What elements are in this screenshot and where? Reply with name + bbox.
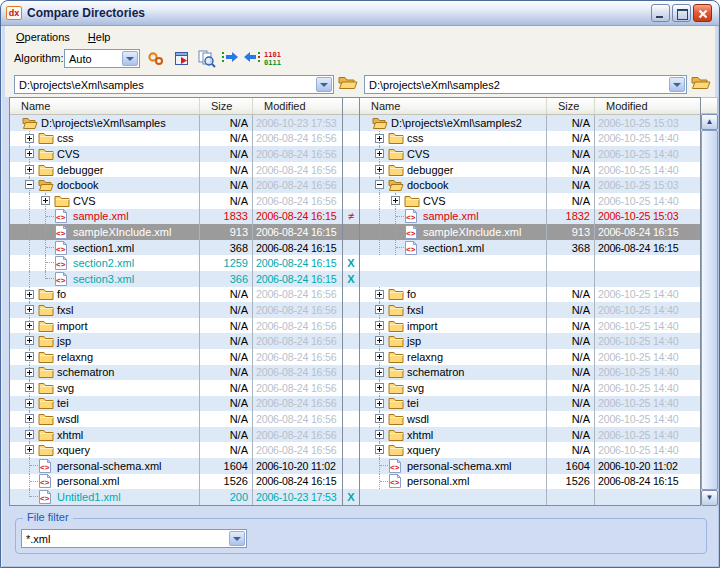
tree-row-left[interactable]: CVSN/A2006-08-24 16:56	[10, 146, 342, 162]
tree-row-left[interactable]: wsdlN/A2006-08-24 16:56	[10, 411, 342, 427]
tree-row-right[interactable]: foN/A2006-10-25 14:40	[360, 287, 700, 303]
tree-row-right[interactable]: D:\projects\eXml\samples2N/A2006-10-25 1…	[360, 115, 700, 131]
close-button[interactable]	[693, 4, 712, 22]
tree-expander-expand[interactable]	[375, 134, 384, 143]
tree-row-left[interactable]: <>section1.xml3682006-08-24 16:15	[10, 240, 342, 256]
tree-row-right[interactable]: docbookN/A2006-10-25 15:03	[360, 177, 700, 193]
tree-expander-expand[interactable]	[375, 368, 384, 377]
tree-expander-expand[interactable]	[25, 321, 34, 330]
tree-row-right[interactable]: <>sampleXInclude.xml9132006-08-24 16:15	[360, 224, 700, 240]
tree-row-left[interactable]: <>section2.xml12592006-08-24 16:15	[10, 255, 342, 271]
tree-expander-collapse[interactable]	[25, 180, 34, 189]
tree-row-left[interactable]: schematronN/A2006-08-24 16:56	[10, 365, 342, 381]
tree-expander-expand[interactable]	[25, 149, 34, 158]
tree-row-left[interactable]: <>sampleXInclude.xml9132006-08-24 16:15	[10, 224, 342, 240]
tree-row-left[interactable]: xqueryN/A2006-08-24 16:56	[10, 442, 342, 458]
tree-row-right[interactable]: schematronN/A2006-10-25 14:40	[360, 365, 700, 381]
tree-expander-expand[interactable]	[25, 305, 34, 314]
tree-row-right[interactable]	[360, 271, 700, 287]
tree-row-left[interactable]: D:\projects\eXml\samplesN/A2006-10-23 17…	[10, 115, 342, 131]
tree-row-left[interactable]: xhtmlN/A2006-08-24 16:56	[10, 427, 342, 443]
right-column-header-name[interactable]: Name	[360, 98, 547, 114]
tree-expander-expand[interactable]	[41, 196, 50, 205]
minimize-button[interactable]	[651, 4, 670, 22]
tree-expander-expand[interactable]	[25, 290, 34, 299]
tree-row-left[interactable]: jspN/A2006-08-24 16:56	[10, 333, 342, 349]
algorithm-combobox[interactable]: Auto	[64, 49, 140, 68]
tree-row-left[interactable]: cssN/A2006-08-24 16:56	[10, 131, 342, 147]
vertical-scrollbar[interactable]: ▲ ▼	[701, 97, 718, 506]
menu-item-operations[interactable]: Operations	[7, 28, 79, 46]
copy-to-right-icon[interactable]	[221, 50, 241, 68]
tree-expander-expand[interactable]	[375, 430, 384, 439]
browse-left-folder-button[interactable]	[338, 74, 358, 92]
tree-expander-expand[interactable]	[25, 352, 34, 361]
right-column-header-modified[interactable]: Modified	[595, 98, 700, 114]
tree-expander-expand[interactable]	[375, 321, 384, 330]
tree-row-right[interactable]: xhtmlN/A2006-10-25 14:40	[360, 427, 700, 443]
tree-row-right[interactable]: <>personal.xml15262006-08-24 16:15	[360, 474, 700, 490]
tree-row-left[interactable]: <>section3.xml3662006-08-24 16:15	[10, 271, 342, 287]
tree-row-right[interactable]: <>personal-schema.xml16042006-10-20 11:0…	[360, 458, 700, 474]
scrollbar-thumb[interactable]	[701, 130, 718, 490]
tree-row-right[interactable]: <>section1.xml3682006-08-24 16:15	[360, 240, 700, 256]
tree-row-left[interactable]: debuggerN/A2006-08-24 16:56	[10, 162, 342, 178]
tree-expander-expand[interactable]	[391, 196, 400, 205]
copy-to-left-icon[interactable]	[243, 50, 263, 68]
left-column-header-name[interactable]: Name	[10, 98, 200, 114]
tree-row-right[interactable]: teiN/A2006-10-25 14:40	[360, 396, 700, 412]
algorithm-options-gears-icon[interactable]	[146, 50, 166, 68]
tree-expander-expand[interactable]	[375, 290, 384, 299]
tree-row-left[interactable]: <>sample.xml18332006-08-24 16:15	[10, 209, 342, 225]
tree-expander-expand[interactable]	[25, 336, 34, 345]
tree-expander-expand[interactable]	[375, 149, 384, 158]
tree-row-right[interactable]: xqueryN/A2006-10-25 14:40	[360, 442, 700, 458]
tree-expander-expand[interactable]	[375, 352, 384, 361]
tree-expander-expand[interactable]	[375, 399, 384, 408]
tree-row-left[interactable]: foN/A2006-08-24 16:56	[10, 287, 342, 303]
tree-expander-expand[interactable]	[25, 399, 34, 408]
binary-compare-icon[interactable]: 11010111	[263, 50, 283, 68]
perform-files-comparison-icon[interactable]	[197, 50, 217, 68]
tree-row-right[interactable]: <>sample.xml18322006-10-25 15:03	[360, 209, 700, 225]
tree-expander-expand[interactable]	[375, 445, 384, 454]
tree-expander-expand[interactable]	[375, 305, 384, 314]
tree-row-right[interactable]: fxslN/A2006-10-25 14:40	[360, 302, 700, 318]
tree-expander-expand[interactable]	[25, 414, 34, 423]
tree-row-right[interactable]	[360, 255, 700, 271]
tree-row-left[interactable]: <>personal.xml15262006-08-24 16:15	[10, 474, 342, 490]
algorithm-dropdown-icon[interactable]	[122, 51, 138, 66]
tree-row-left[interactable]: teiN/A2006-08-24 16:56	[10, 396, 342, 412]
tree-row-right[interactable]: wsdlN/A2006-10-25 14:40	[360, 411, 700, 427]
tree-row-right[interactable]: svgN/A2006-10-25 14:40	[360, 380, 700, 396]
tree-row-right[interactable]: jspN/A2006-10-25 14:40	[360, 333, 700, 349]
tree-expander-expand[interactable]	[25, 383, 34, 392]
tree-row-right[interactable]: CVSN/A2006-10-25 14:40	[360, 193, 700, 209]
tree-expander-expand[interactable]	[375, 383, 384, 392]
tree-expander-collapse[interactable]	[375, 180, 384, 189]
tree-row-right[interactable]	[360, 489, 700, 505]
tree-row-left[interactable]: importN/A2006-08-24 16:56	[10, 318, 342, 334]
maximize-button[interactable]	[672, 4, 691, 22]
left-column-header-size[interactable]: Size	[200, 98, 253, 114]
tree-expander-expand[interactable]	[25, 134, 34, 143]
file-filter-combobox[interactable]: *.xml	[21, 529, 247, 548]
tree-expander-expand[interactable]	[375, 414, 384, 423]
left-path-dropdown-icon[interactable]	[316, 77, 332, 92]
tree-row-left[interactable]: relaxngN/A2006-08-24 16:56	[10, 349, 342, 365]
tree-expander-expand[interactable]	[25, 430, 34, 439]
tree-row-left[interactable]: fxslN/A2006-08-24 16:56	[10, 302, 342, 318]
browse-right-folder-button[interactable]	[691, 74, 711, 92]
menu-item-help[interactable]: Help	[79, 28, 120, 46]
tree-expander-expand[interactable]	[25, 445, 34, 454]
tree-expander-expand[interactable]	[25, 165, 34, 174]
tree-expander-expand[interactable]	[375, 336, 384, 345]
tree-expander-expand[interactable]	[25, 368, 34, 377]
left-column-header-modified[interactable]: Modified	[253, 98, 342, 114]
tree-row-right[interactable]: relaxngN/A2006-10-25 14:40	[360, 349, 700, 365]
tree-row-left[interactable]: svgN/A2006-08-24 16:56	[10, 380, 342, 396]
tree-row-right[interactable]: CVSN/A2006-10-25 14:40	[360, 146, 700, 162]
scroll-up-icon[interactable]: ▲	[701, 114, 718, 130]
tree-row-right[interactable]: importN/A2006-10-25 14:40	[360, 318, 700, 334]
scroll-down-icon[interactable]: ▼	[701, 490, 718, 506]
